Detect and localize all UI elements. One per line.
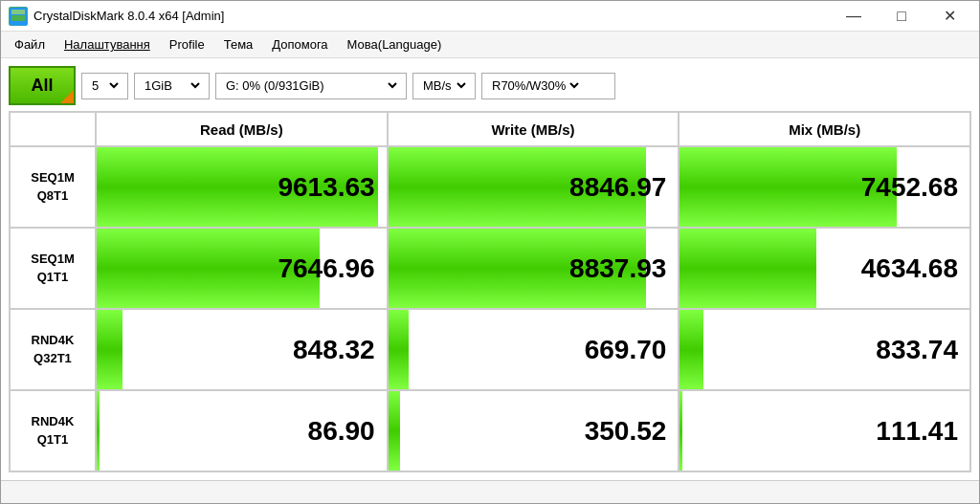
read-cell-2: 848.32 [96,309,388,390]
mix-cell-0: 7452.68 [679,146,970,228]
toolbar: All 5 1 3 10 1GiB 512MiB 2GiB 4GiB [9,66,971,105]
header-label [10,112,96,146]
write-cell-3: 350.52 [388,390,679,471]
row-label-1: SEQ1MQ1T1 [10,228,96,309]
mix-cell-2: 833.74 [679,309,970,390]
menu-profile[interactable]: Profile [160,34,214,55]
unit-select[interactable]: MB/s GB/s IOPS μs [419,77,469,94]
drive-select[interactable]: G: 0% (0/931GiB) [222,77,400,94]
content-area: All 5 1 3 10 1GiB 512MiB 2GiB 4GiB [1,58,979,480]
status-bar [1,480,979,503]
close-button[interactable]: ✕ [927,3,971,30]
menu-file[interactable]: Файл [5,34,55,55]
mix-cell-1: 4634.68 [679,228,970,309]
window-controls: — □ ✕ [832,3,971,30]
header-write: Write (MB/s) [388,112,679,146]
unit-dropdown[interactable]: MB/s GB/s IOPS μs [412,73,476,99]
write-cell-0: 8846.97 [388,146,679,228]
header-read: Read (MB/s) [96,112,388,146]
header-mix: Mix (MB/s) [679,112,970,146]
menu-bar: Файл Налаштування Profile Тема Допомога … [1,32,979,58]
drive-dropdown[interactable]: G: 0% (0/931GiB) [215,73,407,99]
write-cell-1: 8837.93 [388,228,679,309]
title-bar-left: CrystalDiskMark 8.0.4 x64 [Admin] [9,7,224,26]
svg-rect-1 [11,15,25,21]
menu-help[interactable]: Допомога [262,34,337,55]
size-dropdown[interactable]: 1GiB 512MiB 2GiB 4GiB [134,73,210,99]
size-select[interactable]: 1GiB 512MiB 2GiB 4GiB [141,77,203,94]
svg-rect-2 [11,10,25,14]
main-window: CrystalDiskMark 8.0.4 x64 [Admin] — □ ✕ … [0,0,980,504]
count-select[interactable]: 5 1 3 10 [88,77,122,94]
profile-dropdown[interactable]: R70%/W30% Default Peak Real Demo [481,73,615,99]
read-cell-0: 9613.63 [96,146,388,228]
all-button[interactable]: All [9,66,76,105]
menu-settings[interactable]: Налаштування [55,34,160,55]
read-cell-1: 7646.96 [96,228,388,309]
app-icon [9,7,28,26]
restore-button[interactable]: □ [880,3,924,30]
minimize-button[interactable]: — [832,3,876,30]
row-label-3: RND4KQ1T1 [10,390,96,471]
menu-language[interactable]: Мова(Language) [338,34,452,55]
menu-theme[interactable]: Тема [214,34,263,55]
profile-select[interactable]: R70%/W30% Default Peak Real Demo [488,77,582,94]
row-label-2: RND4KQ32T1 [10,309,96,390]
row-label-0: SEQ1MQ8T1 [10,146,96,228]
mix-cell-3: 111.41 [679,390,970,471]
write-cell-2: 669.70 [388,309,679,390]
count-dropdown[interactable]: 5 1 3 10 [81,73,128,99]
benchmark-grid: Read (MB/s) Write (MB/s) Mix (MB/s) SEQ1… [9,111,971,472]
read-cell-3: 86.90 [96,390,388,471]
window-title: CrystalDiskMark 8.0.4 x64 [Admin] [33,9,224,23]
title-bar: CrystalDiskMark 8.0.4 x64 [Admin] — □ ✕ [1,1,979,32]
